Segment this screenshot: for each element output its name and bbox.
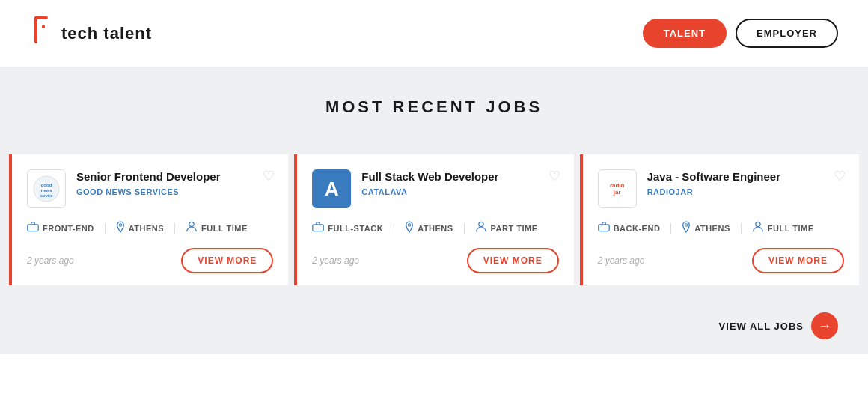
time-ago: 2 years ago xyxy=(27,255,74,266)
view-all-label: VIEW ALL JOBS xyxy=(719,321,804,332)
card-top: good news service Senior Frontend Develo… xyxy=(27,169,273,208)
job-tag: FULL-STACK xyxy=(312,222,383,234)
job-card: ♡ A Full Stack Web Developer CATALAVA FU… xyxy=(294,154,573,285)
view-all-button[interactable]: → xyxy=(811,312,838,339)
tag-label: ATHENS xyxy=(129,224,164,233)
card-bottom: 2 years ago VIEW MORE xyxy=(598,248,844,273)
person-icon xyxy=(186,221,198,235)
favorite-icon[interactable]: ♡ xyxy=(548,168,560,184)
section-title: MOST RECENT JOBS xyxy=(15,97,853,117)
svg-text:news: news xyxy=(40,188,52,193)
view-all-row: VIEW ALL JOBS → xyxy=(0,300,868,354)
job-info: Java - Software Engineer RADIOJAR xyxy=(647,169,844,196)
card-bottom: 2 years ago VIEW MORE xyxy=(27,248,273,273)
job-tag: ATHENS xyxy=(116,221,164,235)
tag-label: FULL TIME xyxy=(201,224,248,233)
svg-text:service: service xyxy=(40,193,52,198)
tag-label: FRONT-END xyxy=(43,224,94,233)
tag-label: ATHENS xyxy=(694,224,730,233)
logo-icon xyxy=(30,15,57,52)
tag-separator xyxy=(105,223,106,234)
person-icon xyxy=(752,221,764,235)
job-tag: FULL TIME xyxy=(186,221,248,235)
header-buttons: TALENT EMPLOYER xyxy=(643,19,838,48)
svg-point-11 xyxy=(408,224,410,226)
job-card: ♡ radiojar Java - Software Engineer RADI… xyxy=(580,154,859,285)
job-tag: ATHENS xyxy=(405,221,453,235)
company-logo: radiojar xyxy=(598,169,637,208)
employer-button[interactable]: EMPLOYER xyxy=(736,19,838,48)
job-info: Senior Frontend Developer GOOD NEWS SERV… xyxy=(76,169,273,196)
cards-row: ♡ good news service Senior Frontend Deve… xyxy=(0,154,868,285)
svg-rect-7 xyxy=(28,225,38,231)
tag-separator xyxy=(741,223,742,234)
cards-area: ♡ good news service Senior Frontend Deve… xyxy=(0,154,868,300)
header: tech talent TALENT EMPLOYER xyxy=(0,0,868,67)
job-tag: ATHENS xyxy=(682,221,730,235)
time-ago: 2 years ago xyxy=(598,255,645,266)
card-tags: FRONT-END ATHENS FULL TIME xyxy=(27,221,273,235)
job-card: ♡ good news service Senior Frontend Deve… xyxy=(9,154,288,285)
tag-separator xyxy=(670,223,671,234)
company-logo: A xyxy=(312,169,351,208)
view-more-button[interactable]: VIEW MORE xyxy=(181,248,273,273)
svg-rect-2 xyxy=(42,25,45,28)
view-more-button[interactable]: VIEW MORE xyxy=(752,248,844,273)
tag-separator xyxy=(174,223,175,234)
tag-label: FULL-STACK xyxy=(328,224,383,233)
view-more-button[interactable]: VIEW MORE xyxy=(467,248,559,273)
job-tag: FULL TIME xyxy=(752,221,814,235)
talent-button[interactable]: TALENT xyxy=(643,19,727,48)
job-title: Java - Software Engineer xyxy=(647,169,844,184)
time-ago: 2 years ago xyxy=(312,255,359,266)
company-name: GOOD NEWS SERVICES xyxy=(76,187,273,196)
briefcase-icon xyxy=(598,222,610,234)
card-bottom: 2 years ago VIEW MORE xyxy=(312,248,558,273)
company-name: RADIOJAR xyxy=(647,187,844,196)
favorite-icon[interactable]: ♡ xyxy=(834,168,846,184)
job-tag: FRONT-END xyxy=(27,222,94,234)
logo-text: tech talent xyxy=(61,24,152,43)
job-info: Full Stack Web Developer CATALAVA xyxy=(361,169,558,196)
card-top: radiojar Java - Software Engineer RADIOJ… xyxy=(598,169,844,208)
svg-point-15 xyxy=(756,222,760,226)
svg-rect-13 xyxy=(598,225,608,231)
card-tags: BACK-END ATHENS FULL TIME xyxy=(598,221,844,235)
tag-label: ATHENS xyxy=(418,224,453,233)
briefcase-icon xyxy=(312,222,324,234)
svg-point-9 xyxy=(189,222,194,226)
tag-label: FULL TIME xyxy=(768,224,814,233)
card-tags: FULL-STACK ATHENS PART TIME xyxy=(312,221,558,235)
tag-separator xyxy=(464,223,465,234)
job-title: Full Stack Web Developer xyxy=(361,169,558,184)
svg-point-14 xyxy=(685,224,688,226)
location-icon xyxy=(116,221,125,235)
tag-label: BACK-END xyxy=(614,224,661,233)
briefcase-icon xyxy=(27,222,39,234)
svg-rect-10 xyxy=(313,225,323,231)
favorite-icon[interactable]: ♡ xyxy=(263,168,275,184)
logo: tech talent xyxy=(30,15,152,52)
svg-text:good: good xyxy=(41,183,52,187)
location-icon xyxy=(405,221,414,235)
section-banner: MOST RECENT JOBS xyxy=(0,67,868,154)
company-logo: good news service xyxy=(27,169,66,208)
card-top: A Full Stack Web Developer CATALAVA xyxy=(312,169,558,208)
tag-label: PART TIME xyxy=(491,224,538,233)
svg-point-8 xyxy=(119,224,121,226)
job-tag: BACK-END xyxy=(598,222,661,234)
svg-point-12 xyxy=(478,222,483,226)
company-name: CATALAVA xyxy=(361,187,558,196)
job-tag: PART TIME xyxy=(475,221,538,235)
location-icon xyxy=(682,221,691,235)
job-title: Senior Frontend Developer xyxy=(76,169,273,184)
svg-rect-1 xyxy=(34,16,37,43)
tag-separator xyxy=(394,223,394,234)
person-icon xyxy=(475,221,487,235)
